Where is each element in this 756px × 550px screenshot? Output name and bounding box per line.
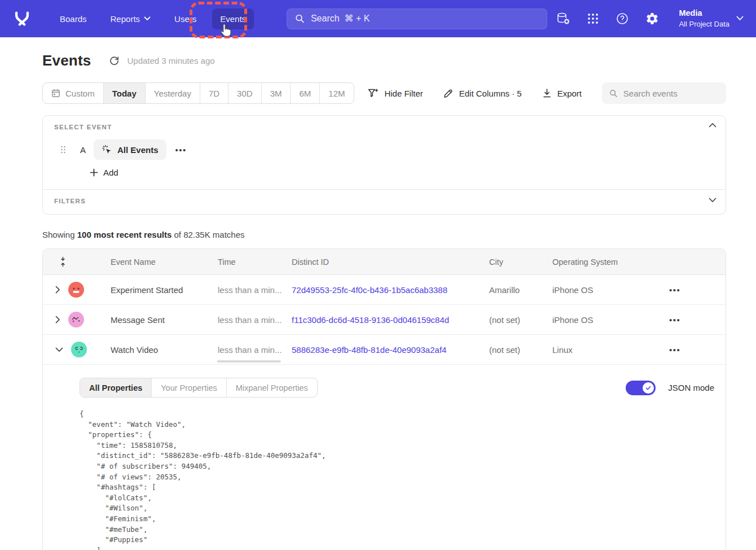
date-range-label: Today	[112, 89, 137, 98]
page-title: Events	[42, 52, 91, 69]
search-icon	[295, 14, 305, 24]
tab-all-properties[interactable]: All Properties	[80, 378, 151, 397]
edit-columns-button[interactable]: Edit Columns · 5	[443, 88, 522, 98]
row-collapse-chevron-icon[interactable]	[55, 347, 63, 352]
date-range-30d[interactable]: 30D	[228, 83, 261, 103]
cell-distinct-id-link[interactable]: 5886283e-e9fb-48fb-81de-40e9093a2af4	[292, 345, 489, 355]
date-range-label: Yesterday	[154, 89, 191, 98]
summary-prefix: Showing	[42, 230, 77, 239]
collapse-all-icon[interactable]	[59, 256, 67, 267]
column-header-time[interactable]: Time	[218, 257, 292, 267]
select-event-label: SELECT EVENT	[54, 124, 112, 130]
cell-time: less than a min...	[218, 345, 292, 355]
date-range-label: 12M	[328, 89, 345, 98]
event-selector-chip[interactable]: All Events	[94, 139, 166, 160]
download-icon	[542, 88, 552, 98]
tab-mixpanel-properties[interactable]: Mixpanel Properties	[226, 378, 317, 397]
calendar-icon	[51, 89, 60, 98]
page-header: Events Updated 3 minutes ago	[42, 52, 726, 69]
divider	[43, 189, 726, 190]
date-range-yesterday[interactable]: Yesterday	[145, 83, 200, 103]
project-info: Media All Project Data	[679, 8, 729, 29]
pencil-icon	[443, 88, 454, 98]
data-management-icon[interactable]	[556, 12, 570, 25]
column-header-city[interactable]: City	[489, 257, 552, 267]
filter-icon	[368, 88, 379, 98]
summary-suffix: of 82.35K matches	[172, 230, 244, 239]
column-header-event-name[interactable]: Event Name	[111, 257, 218, 267]
nav-item-reports[interactable]: Reports	[103, 8, 159, 29]
date-range-control: Custom Today Yesterday 7D 30D 3M 6M 12M	[42, 82, 354, 104]
nav-item-events[interactable]: Events	[212, 8, 254, 29]
row-more-icon[interactable]: •••	[669, 285, 680, 295]
date-range-label: 3M	[270, 89, 282, 98]
hide-filter-button[interactable]: Hide Filter	[368, 88, 423, 98]
json-mode-label: JSON mode	[668, 383, 714, 392]
json-mode-control: JSON mode	[626, 381, 714, 395]
event-avatar	[71, 342, 87, 357]
date-range-3m[interactable]: 3M	[261, 83, 291, 103]
row-more-icon[interactable]: •••	[669, 345, 680, 355]
cell-event-name: Experiment Started	[111, 285, 218, 295]
add-event-button[interactable]: Add	[90, 168, 118, 177]
table-row[interactable]: Experiment Started less than a min... 72…	[43, 275, 726, 305]
settings-gear-icon[interactable]	[645, 12, 659, 25]
toolbar-right: Hide Filter Edit Columns · 5 Export	[368, 82, 726, 104]
filters-label: FILTERS	[54, 198, 86, 204]
column-header-os[interactable]: Operating System	[552, 257, 669, 267]
chevron-down-icon	[144, 16, 151, 21]
date-range-6m[interactable]: 6M	[290, 83, 319, 103]
search-events-field[interactable]	[602, 82, 726, 104]
top-navbar: Boards Reports Users Events	[0, 0, 756, 37]
help-icon[interactable]	[616, 12, 629, 25]
project-name: Media	[679, 8, 729, 19]
cell-time: less than a min...	[218, 285, 292, 295]
cell-time: less than a min...	[218, 315, 292, 325]
apps-grid-icon[interactable]	[587, 12, 599, 25]
date-range-12m[interactable]: 12M	[319, 83, 353, 103]
date-range-custom[interactable]: Custom	[43, 83, 103, 103]
column-header-distinct-id[interactable]: Distinct ID	[292, 257, 489, 267]
table-row-expanded[interactable]: Watch Video less than a min... 5886283e-…	[43, 335, 726, 365]
event-clause-row: A All Events •••	[60, 139, 187, 160]
search-icon	[609, 89, 618, 98]
cell-distinct-id-link[interactable]: 72d49553-25fc-4f0c-b436-1b5ac6ab3388	[292, 285, 489, 295]
search-events-input[interactable]	[623, 89, 719, 98]
event-chip-label: All Events	[117, 145, 159, 155]
collapse-section-icon[interactable]	[709, 123, 717, 128]
nav-item-boards[interactable]: Boards	[52, 8, 95, 29]
nav-item-users[interactable]: Users	[166, 8, 204, 29]
nav-item-label: Boards	[60, 14, 87, 24]
project-switcher[interactable]: Media All Project Data	[679, 8, 744, 29]
nav-item-label: Events	[220, 14, 246, 24]
mixpanel-logo[interactable]	[12, 10, 32, 27]
date-range-today[interactable]: Today	[103, 83, 145, 103]
export-button[interactable]: Export	[542, 88, 582, 98]
table-row[interactable]: Message Sent less than a min... f11c30d6…	[43, 305, 726, 335]
cell-os: iPhone OS	[552, 285, 669, 295]
date-range-7d[interactable]: 7D	[200, 83, 228, 103]
global-search[interactable]	[287, 8, 547, 29]
cell-os: iPhone OS	[552, 315, 669, 325]
edit-columns-label: Edit Columns · 5	[459, 89, 522, 98]
row-expand-chevron-icon[interactable]	[55, 316, 60, 324]
primary-nav: Boards Reports Users Events	[52, 8, 254, 29]
date-range-label: 30D	[237, 89, 253, 98]
nav-item-label: Reports	[111, 14, 140, 24]
drag-handle-icon[interactable]	[60, 145, 67, 155]
expand-filters-icon[interactable]	[709, 198, 717, 203]
row-more-icon[interactable]: •••	[669, 315, 680, 325]
cell-os: Linux	[552, 345, 669, 355]
row-expand-chevron-icon[interactable]	[55, 286, 60, 294]
magic-cursor-icon	[102, 145, 112, 155]
refresh-icon[interactable]	[109, 55, 120, 66]
tab-your-properties[interactable]: Your Properties	[151, 378, 226, 397]
horizontal-scrollbar-thumb[interactable]	[217, 360, 281, 363]
event-more-icon[interactable]: •••	[175, 146, 187, 154]
cell-city: Amarillo	[489, 285, 552, 295]
cell-distinct-id-link[interactable]: f11c30d6-dc6d-4518-9136-0d046159c84d	[292, 315, 489, 325]
hide-filter-label: Hide Filter	[384, 89, 423, 98]
add-button-label: Add	[103, 168, 118, 177]
json-mode-toggle[interactable]	[626, 381, 656, 395]
global-search-input[interactable]	[311, 14, 539, 24]
